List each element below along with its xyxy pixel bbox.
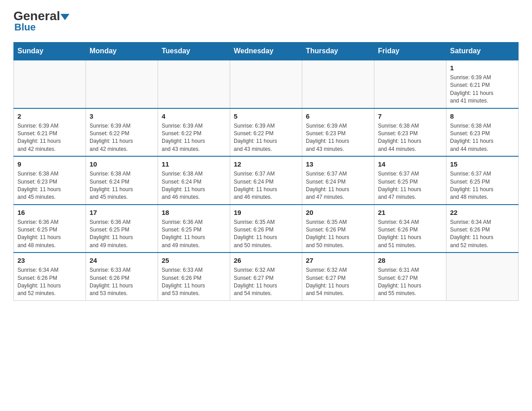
weekday-header-thursday: Thursday	[302, 43, 374, 60]
day-info: Sunrise: 6:33 AM Sunset: 6:26 PM Dayligh…	[90, 266, 154, 298]
page-header: General Blue	[13, 9, 519, 33]
logo-arrow-icon	[60, 14, 69, 20]
day-number: 27	[306, 256, 370, 265]
calendar-cell: 7Sunrise: 6:38 AM Sunset: 6:23 PM Daylig…	[374, 108, 446, 157]
calendar-cell: 13Sunrise: 6:37 AM Sunset: 6:24 PM Dayli…	[302, 156, 374, 205]
day-number: 17	[90, 208, 154, 217]
calendar-cell	[374, 60, 446, 108]
logo: General Blue	[13, 9, 70, 33]
calendar-cell: 15Sunrise: 6:37 AM Sunset: 6:25 PM Dayli…	[446, 156, 519, 205]
calendar-cell: 27Sunrise: 6:32 AM Sunset: 6:27 PM Dayli…	[302, 253, 374, 300]
day-number: 2	[17, 111, 82, 121]
day-number: 15	[450, 159, 515, 169]
calendar-cell: 8Sunrise: 6:38 AM Sunset: 6:23 PM Daylig…	[446, 108, 519, 157]
weekday-header-tuesday: Tuesday	[158, 43, 230, 60]
day-info: Sunrise: 6:34 AM Sunset: 6:26 PM Dayligh…	[378, 218, 442, 250]
day-info: Sunrise: 6:37 AM Sunset: 6:24 PM Dayligh…	[234, 170, 298, 201]
calendar-cell: 12Sunrise: 6:37 AM Sunset: 6:24 PM Dayli…	[230, 156, 302, 205]
calendar-cell: 3Sunrise: 6:39 AM Sunset: 6:22 PM Daylig…	[86, 108, 158, 157]
day-info: Sunrise: 6:38 AM Sunset: 6:24 PM Dayligh…	[90, 170, 154, 201]
day-info: Sunrise: 6:35 AM Sunset: 6:26 PM Dayligh…	[234, 218, 298, 250]
day-number: 7	[378, 111, 442, 121]
day-number: 23	[17, 256, 82, 265]
day-number: 25	[162, 256, 226, 265]
calendar-cell: 26Sunrise: 6:32 AM Sunset: 6:27 PM Dayli…	[230, 253, 302, 300]
day-number: 14	[378, 159, 442, 169]
day-number: 20	[306, 208, 370, 217]
day-number: 9	[17, 159, 82, 169]
calendar-cell: 2Sunrise: 6:39 AM Sunset: 6:21 PM Daylig…	[14, 108, 86, 157]
week-row-3: 9Sunrise: 6:38 AM Sunset: 6:23 PM Daylig…	[14, 156, 519, 205]
day-info: Sunrise: 6:37 AM Sunset: 6:25 PM Dayligh…	[450, 170, 515, 201]
calendar-cell: 6Sunrise: 6:39 AM Sunset: 6:23 PM Daylig…	[302, 108, 374, 157]
calendar-cell: 20Sunrise: 6:35 AM Sunset: 6:26 PM Dayli…	[302, 205, 374, 253]
day-info: Sunrise: 6:33 AM Sunset: 6:26 PM Dayligh…	[162, 266, 226, 298]
calendar-cell: 25Sunrise: 6:33 AM Sunset: 6:26 PM Dayli…	[158, 253, 230, 300]
weekday-header-friday: Friday	[374, 43, 446, 60]
day-info: Sunrise: 6:32 AM Sunset: 6:27 PM Dayligh…	[234, 266, 298, 298]
weekday-header-monday: Monday	[86, 43, 158, 60]
calendar-cell	[86, 60, 158, 108]
day-number: 21	[378, 208, 442, 217]
calendar-cell: 9Sunrise: 6:38 AM Sunset: 6:23 PM Daylig…	[14, 156, 86, 205]
day-info: Sunrise: 6:39 AM Sunset: 6:21 PM Dayligh…	[17, 122, 82, 154]
calendar-table: SundayMondayTuesdayWednesdayThursdayFrid…	[13, 42, 519, 301]
calendar-cell: 18Sunrise: 6:36 AM Sunset: 6:25 PM Dayli…	[158, 205, 230, 253]
calendar-cell	[302, 60, 374, 108]
week-row-4: 16Sunrise: 6:36 AM Sunset: 6:25 PM Dayli…	[14, 205, 519, 253]
logo-blue-text: Blue	[14, 21, 70, 33]
day-info: Sunrise: 6:34 AM Sunset: 6:26 PM Dayligh…	[17, 266, 82, 298]
day-number: 3	[90, 111, 154, 121]
weekday-header-wednesday: Wednesday	[230, 43, 302, 60]
day-number: 24	[90, 256, 154, 265]
calendar-cell	[446, 253, 519, 300]
calendar-cell: 28Sunrise: 6:31 AM Sunset: 6:27 PM Dayli…	[374, 253, 446, 300]
calendar-cell	[230, 60, 302, 108]
day-number: 11	[162, 159, 226, 169]
day-number: 10	[90, 159, 154, 169]
weekday-header-sunday: Sunday	[14, 43, 86, 60]
calendar-cell: 19Sunrise: 6:35 AM Sunset: 6:26 PM Dayli…	[230, 205, 302, 253]
day-number: 4	[162, 111, 226, 121]
week-row-2: 2Sunrise: 6:39 AM Sunset: 6:21 PM Daylig…	[14, 108, 519, 157]
day-info: Sunrise: 6:39 AM Sunset: 6:23 PM Dayligh…	[306, 122, 370, 154]
calendar-cell: 17Sunrise: 6:36 AM Sunset: 6:25 PM Dayli…	[86, 205, 158, 253]
day-info: Sunrise: 6:37 AM Sunset: 6:24 PM Dayligh…	[306, 170, 370, 201]
day-number: 18	[162, 208, 226, 217]
day-info: Sunrise: 6:37 AM Sunset: 6:25 PM Dayligh…	[378, 170, 442, 201]
calendar-cell	[158, 60, 230, 108]
calendar-cell: 4Sunrise: 6:39 AM Sunset: 6:22 PM Daylig…	[158, 108, 230, 157]
calendar-cell: 14Sunrise: 6:37 AM Sunset: 6:25 PM Dayli…	[374, 156, 446, 205]
day-info: Sunrise: 6:34 AM Sunset: 6:26 PM Dayligh…	[450, 218, 515, 250]
calendar-cell: 21Sunrise: 6:34 AM Sunset: 6:26 PM Dayli…	[374, 205, 446, 253]
day-info: Sunrise: 6:31 AM Sunset: 6:27 PM Dayligh…	[378, 266, 442, 298]
day-info: Sunrise: 6:38 AM Sunset: 6:23 PM Dayligh…	[17, 170, 82, 201]
day-info: Sunrise: 6:39 AM Sunset: 6:22 PM Dayligh…	[162, 122, 226, 154]
day-number: 16	[17, 208, 82, 217]
week-row-1: 1Sunrise: 6:39 AM Sunset: 6:21 PM Daylig…	[14, 60, 519, 108]
day-number: 5	[234, 111, 298, 121]
day-info: Sunrise: 6:39 AM Sunset: 6:22 PM Dayligh…	[90, 122, 154, 154]
calendar-cell: 23Sunrise: 6:34 AM Sunset: 6:26 PM Dayli…	[14, 253, 86, 300]
day-number: 22	[450, 208, 515, 217]
calendar-cell: 1Sunrise: 6:39 AM Sunset: 6:21 PM Daylig…	[446, 60, 519, 108]
calendar-cell: 11Sunrise: 6:38 AM Sunset: 6:24 PM Dayli…	[158, 156, 230, 205]
week-row-5: 23Sunrise: 6:34 AM Sunset: 6:26 PM Dayli…	[14, 253, 519, 300]
calendar-cell	[14, 60, 86, 108]
calendar-cell: 5Sunrise: 6:39 AM Sunset: 6:22 PM Daylig…	[230, 108, 302, 157]
day-info: Sunrise: 6:38 AM Sunset: 6:24 PM Dayligh…	[162, 170, 226, 201]
day-info: Sunrise: 6:39 AM Sunset: 6:21 PM Dayligh…	[450, 74, 515, 105]
day-number: 26	[234, 256, 298, 265]
day-info: Sunrise: 6:39 AM Sunset: 6:22 PM Dayligh…	[234, 122, 298, 154]
day-number: 8	[450, 111, 515, 121]
day-info: Sunrise: 6:36 AM Sunset: 6:25 PM Dayligh…	[90, 218, 154, 250]
weekday-header-row: SundayMondayTuesdayWednesdayThursdayFrid…	[14, 43, 519, 60]
day-number: 6	[306, 111, 370, 121]
day-info: Sunrise: 6:36 AM Sunset: 6:25 PM Dayligh…	[17, 218, 82, 250]
calendar-cell: 22Sunrise: 6:34 AM Sunset: 6:26 PM Dayli…	[446, 205, 519, 253]
day-info: Sunrise: 6:38 AM Sunset: 6:23 PM Dayligh…	[378, 122, 442, 154]
day-number: 1	[450, 63, 515, 73]
day-number: 13	[306, 159, 370, 169]
day-info: Sunrise: 6:38 AM Sunset: 6:23 PM Dayligh…	[450, 122, 515, 154]
day-info: Sunrise: 6:36 AM Sunset: 6:25 PM Dayligh…	[162, 218, 226, 250]
